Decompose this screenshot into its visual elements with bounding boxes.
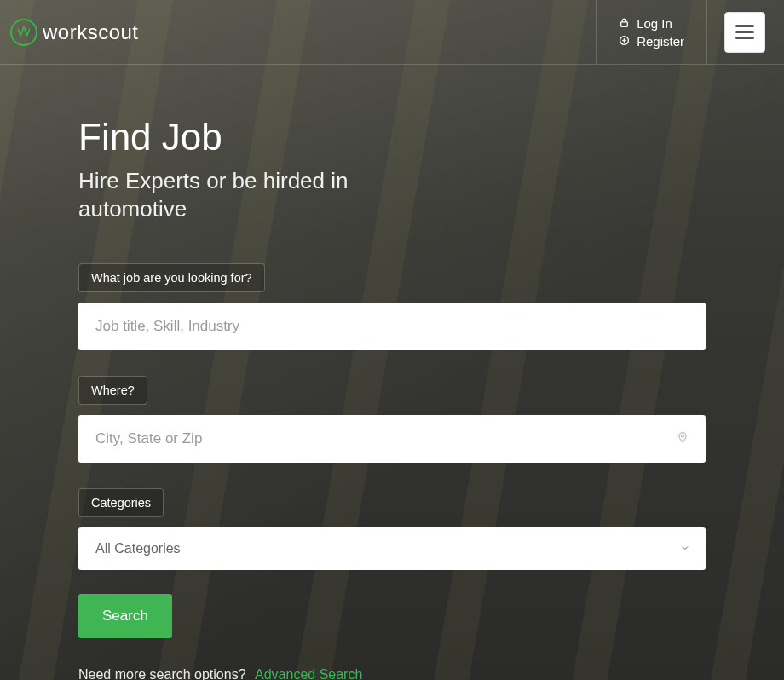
brand-name: workscout [43,20,139,44]
job-field-label: What job are you looking for? [78,263,265,292]
location-input-wrap [78,415,706,463]
page-subtitle: Hire Experts or be hirded in automotive [78,167,436,222]
search-button[interactable]: Search [78,594,172,638]
chevron-down-icon [680,541,690,556]
login-label: Log In [637,16,672,31]
site-header: workscout Log In Register [0,0,784,65]
more-options-text: Need more search options? [78,667,246,680]
map-pin-icon [677,429,689,448]
advanced-search-link[interactable]: Advanced Search [255,667,362,680]
plus-circle-icon [619,34,630,49]
categories-select[interactable]: All Categories [78,527,706,570]
hamburger-icon [735,31,754,33]
brand-logo-mark-icon [10,19,37,46]
job-input-wrap [78,303,706,350]
brand-logo[interactable]: workscout [10,19,139,46]
categories-field-label: Categories [78,488,164,517]
more-options: Need more search options? Advanced Searc… [78,667,706,680]
svg-rect-0 [621,21,628,26]
login-link[interactable]: Log In [619,16,684,31]
svg-point-2 [682,435,684,437]
register-link[interactable]: Register [619,34,684,49]
page-title: Find Job [78,116,706,158]
location-input[interactable] [95,430,689,447]
auth-menu: Log In Register [596,0,707,64]
hero-content: Find Job Hire Experts or be hirded in au… [0,65,784,680]
lock-icon [619,16,630,31]
job-title-input[interactable] [95,318,689,335]
menu-button[interactable] [724,12,765,53]
where-field-label: Where? [78,376,147,405]
categories-selected-value: All Categories [95,541,181,556]
register-label: Register [637,34,684,49]
